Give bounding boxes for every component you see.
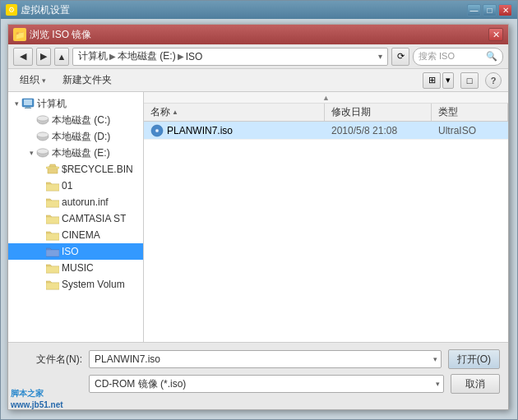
filetype-value: CD-ROM 镜像 (*.iso) (95, 377, 186, 391)
new-folder-label: 新建文件夹 (62, 73, 112, 87)
search-label: 搜索 ISO (419, 50, 455, 62)
sort-indicator-area: ▲ (144, 92, 508, 104)
dialog-titlebar: 📁 浏览 ISO 镜像 ✕ (8, 25, 508, 44)
tree-item-autorun[interactable]: autorun.inf (8, 194, 143, 210)
folder-01-icon (46, 180, 59, 192)
svg-point-5 (37, 116, 49, 121)
tree-system-label: System Volum (62, 279, 125, 290)
file-type-cell: UltraISO (432, 125, 508, 136)
watermark: 脚本之家 www.jb51.net (11, 388, 63, 411)
filename-dropdown-icon: ▾ (433, 355, 437, 363)
watermark-line1: 脚本之家 (11, 388, 63, 399)
filename-row: 文件名(N): PLANWIN7.iso ▾ 打开(O) (16, 349, 500, 369)
tree-item-iso[interactable]: ISO (8, 243, 143, 260)
tree-item-01[interactable]: 01 (8, 178, 143, 194)
help-button[interactable]: ? (485, 72, 502, 89)
svg-point-12 (156, 130, 158, 132)
drive-e-icon (36, 147, 49, 159)
path-chevron: ▾ (378, 52, 382, 61)
preview-icon: □ (467, 76, 473, 85)
folder-autorun-icon (46, 196, 59, 208)
preview-button[interactable]: □ (460, 72, 479, 89)
svg-rect-1 (24, 99, 32, 105)
tree-drive-c-label: 本地磁盘 (C:) (52, 113, 110, 127)
folder-tree: ▾ 计算机 ▸ (8, 92, 144, 370)
address-path[interactable]: 计算机 ▶ 本地磁盘 (E:) ▶ ISO ▾ (72, 48, 388, 66)
path-computer: 计算机 (78, 49, 108, 63)
iso-file-icon (150, 124, 164, 137)
file-name-value: PLANWIN7.iso (167, 125, 233, 136)
col-date-label: 修改日期 (331, 105, 371, 119)
search-box[interactable]: 搜索 ISO 🔍 (413, 48, 503, 66)
tree-item-music[interactable]: MUSIC (8, 260, 143, 276)
tree-item-drive-c[interactable]: ▸ 本地磁盘 (C:) (8, 112, 143, 128)
path-sep2: ▶ (178, 52, 184, 61)
tree-item-computer[interactable]: ▾ 计算机 (8, 95, 143, 112)
dialog-close-button[interactable]: ✕ (488, 28, 503, 41)
tree-item-camtasia[interactable]: CAMTASIA ST (8, 210, 143, 227)
tree-item-system[interactable]: System Volum (8, 276, 143, 293)
maximize-button[interactable]: □ (483, 4, 497, 16)
drive-d-icon (36, 131, 49, 142)
tree-drive-d-label: 本地磁盘 (D:) (52, 130, 110, 144)
minimize-button[interactable]: — (467, 4, 481, 16)
view-list-button[interactable]: ⊞ (423, 72, 441, 89)
filetype-row: CD-ROM 镜像 (*.iso) ▾ 取消 (16, 374, 500, 394)
view-toggle-icon: ▾ (446, 75, 451, 85)
expand-icon-e: ▾ (26, 148, 36, 158)
drive-c-icon (36, 114, 49, 126)
search-icon: 🔍 (486, 51, 497, 62)
outer-window-title: 虚拟机设置 (21, 3, 70, 17)
toolbar: 组织 ▾ 新建文件夹 ⊞ ▾ □ ? (8, 69, 508, 92)
path-drive: 本地磁盘 (E:) (118, 49, 176, 63)
back-icon: ◀ (20, 51, 26, 62)
filename-label: 文件名(N): (16, 353, 82, 367)
tree-item-recycle[interactable]: $RECYCLE.BIN (8, 161, 143, 178)
file-row[interactable]: PLANWIN7.iso 2010/5/8 21:08 UltraISO (144, 122, 508, 140)
tree-item-drive-e[interactable]: ▾ 本地磁盘 (E:) (8, 145, 143, 161)
new-folder-button[interactable]: 新建文件夹 (58, 72, 117, 89)
organize-button[interactable]: 组织 ▾ (15, 72, 51, 89)
col-header-date[interactable]: 修改日期 (325, 104, 432, 121)
col-header-name[interactable]: 名称 ▲ (144, 104, 325, 121)
tree-computer-label: 计算机 (37, 97, 67, 111)
tree-item-drive-d[interactable]: ▸ 本地磁盘 (D:) (8, 128, 143, 145)
file-list-empty-area[interactable] (144, 140, 508, 358)
filetype-input[interactable]: CD-ROM 镜像 (*.iso) ▾ (89, 375, 444, 393)
dialog-icon: 📁 (13, 28, 26, 41)
file-list-panel: ▲ 名称 ▲ 修改日期 类型 (144, 92, 508, 370)
up-icon: ▲ (58, 52, 67, 62)
file-date-value: 2010/5/8 21:08 (331, 125, 397, 136)
refresh-button[interactable]: ⟳ (391, 48, 409, 66)
filename-input[interactable]: PLANWIN7.iso ▾ (89, 350, 442, 368)
col-header-type[interactable]: 类型 (432, 104, 508, 121)
view-toggle-button[interactable]: ▾ (442, 72, 454, 89)
tree-01-label: 01 (62, 180, 72, 192)
open-button[interactable]: 打开(O) (448, 349, 500, 369)
close-button[interactable]: ✕ (498, 4, 512, 16)
recycle-icon (46, 164, 59, 175)
view-list-icon: ⊞ (428, 75, 436, 85)
cancel-button[interactable]: 取消 (451, 374, 500, 394)
path-sep1: ▶ (109, 52, 116, 61)
watermark-line2: www.jb51.net (11, 399, 63, 411)
organize-dropdown-icon: ▾ (42, 76, 46, 85)
refresh-icon: ⟳ (397, 51, 405, 62)
tree-item-cinema[interactable]: CINEMA (8, 227, 143, 243)
bottom-bar: 文件名(N): PLANWIN7.iso ▾ 打开(O) CD-ROM 镜像 (… (8, 342, 508, 409)
back-button[interactable]: ◀ (13, 48, 33, 66)
outer-window-controls: — □ ✕ (467, 4, 512, 16)
forward-button[interactable]: ▶ (36, 48, 51, 66)
tree-music-label: MUSIC (62, 262, 94, 274)
filename-value: PLANWIN7.iso (95, 353, 160, 365)
address-bar: ◀ ▶ ▲ 计算机 ▶ 本地磁盘 (E:) ▶ ISO ▾ ⟳ 搜索 ISO (8, 44, 508, 69)
file-type-value: UltraISO (438, 125, 476, 136)
tree-autorun-label: autorun.inf (62, 196, 109, 208)
tree-drive-e-label: 本地磁盘 (E:) (52, 146, 110, 160)
browse-iso-dialog: 📁 浏览 ISO 镜像 ✕ ◀ ▶ ▲ 计算机 ▶ 本地磁盘 (E:) ▶ IS… (7, 24, 509, 410)
tree-cinema-label: CINEMA (62, 229, 100, 241)
col-name-label: 名称 (150, 105, 170, 119)
folder-iso-icon (46, 246, 59, 257)
up-button[interactable]: ▲ (54, 48, 69, 66)
help-icon: ? (491, 76, 497, 85)
